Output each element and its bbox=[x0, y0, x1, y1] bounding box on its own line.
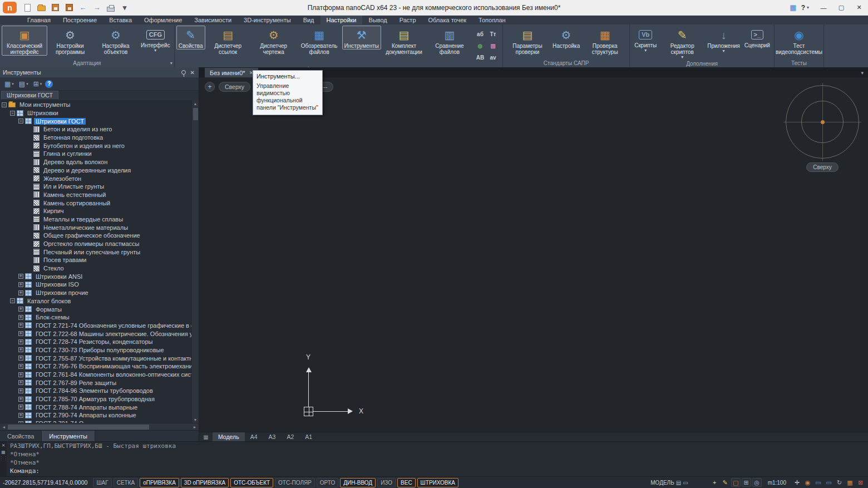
interface-cfg-button[interactable]: CFGИнтерфейс▾ bbox=[139, 26, 172, 53]
compass-ring[interactable] bbox=[786, 85, 859, 159]
tree-item[interactable]: +ГОСТ 2.767-89 Реле защиты bbox=[0, 378, 191, 387]
tree-item[interactable]: Оргстекло полимеры пластмассы bbox=[0, 240, 191, 248]
tree-item[interactable]: +ГОСТ 2.788-74 Аппараты выпарные bbox=[0, 403, 191, 411]
qat-customize-button[interactable]: ▾ bbox=[119, 2, 131, 13]
scroll-up-icon[interactable]: ▲ bbox=[194, 100, 198, 107]
annotation-scale[interactable]: m1:100 bbox=[768, 480, 786, 486]
hatch-gost-tab[interactable]: Штриховки ГОСТ bbox=[1, 91, 58, 99]
tree-item[interactable]: -Мои инструменты bbox=[0, 101, 191, 109]
tree-item[interactable]: +ГОСТ 2.721-74 Обозначения условные граф… bbox=[0, 322, 191, 330]
status-toggle-3[interactable]: 3D оПРИВЯЗКА bbox=[181, 478, 229, 487]
applications-button[interactable]: ↓Приложения▾ bbox=[705, 26, 742, 54]
tree-item[interactable]: Камень естественный bbox=[0, 191, 191, 199]
status-toggle-8[interactable]: ИЗО bbox=[377, 478, 396, 487]
ribbon-tab-5[interactable]: 3D-инструменты bbox=[238, 16, 297, 24]
tree-item[interactable]: +ГОСТ 2.755-87 Устройства коммутационные… bbox=[0, 354, 191, 362]
expand-icon[interactable]: + bbox=[18, 290, 23, 295]
tree-item[interactable]: +ГОСТ 2.791-74 О bbox=[0, 420, 191, 423]
minimize-button[interactable]: — bbox=[815, 0, 832, 15]
tree-item[interactable]: Ил и Илистые грунты bbox=[0, 183, 191, 191]
open-button[interactable] bbox=[35, 2, 47, 13]
expand-icon[interactable]: + bbox=[18, 274, 23, 279]
tree-item[interactable]: Дерево вдоль волокон bbox=[0, 158, 191, 166]
globe-button[interactable]: ◍ bbox=[474, 40, 486, 51]
tree-item[interactable]: +ГОСТ 2.784-96 Элементы трубопроводов bbox=[0, 387, 191, 395]
view-direction-button[interactable]: Сверху bbox=[219, 82, 250, 92]
status-toggle-1[interactable]: СЕТКА bbox=[114, 478, 139, 487]
status-toggle-9[interactable]: ВЕС bbox=[397, 478, 416, 487]
tree-item[interactable]: Дерево и деревянные изделия bbox=[0, 166, 191, 175]
navigation-compass[interactable]: Сверху bbox=[786, 85, 859, 172]
collapse-icon[interactable]: - bbox=[2, 102, 7, 107]
ribbon-tab-10[interactable]: Облака точек bbox=[422, 16, 473, 24]
tab-list-dropdown-icon[interactable]: ▾ bbox=[861, 70, 864, 76]
status-toggle-6[interactable]: ОРТО bbox=[317, 478, 338, 487]
expand-icon[interactable]: + bbox=[18, 364, 23, 369]
zoom-extents-icon[interactable]: ▭ bbox=[824, 478, 834, 487]
new-file-button[interactable] bbox=[21, 2, 33, 13]
lowercase-button[interactable]: аv bbox=[487, 52, 499, 63]
maximize-button[interactable]: ▢ bbox=[832, 0, 850, 15]
tree-item[interactable]: +ГОСТ 2.730-73 Приборы полупроводниковые bbox=[0, 346, 191, 354]
regen-icon[interactable]: ↻ bbox=[835, 478, 844, 487]
uppercase-button[interactable]: АВ bbox=[474, 52, 486, 63]
expand-icon[interactable]: + bbox=[18, 323, 23, 328]
compass-view-label[interactable]: Сверху bbox=[806, 162, 838, 172]
panel-tab-1[interactable]: Инструменты bbox=[42, 431, 95, 441]
expand-icon[interactable]: + bbox=[18, 315, 23, 320]
layout-list-icon[interactable]: ▦ bbox=[199, 432, 213, 441]
tree-item[interactable]: +Штриховки прочие bbox=[0, 289, 191, 297]
model-space-indicator[interactable]: МОДЕЛЬ ▤ ▭ bbox=[650, 480, 688, 486]
properties-button[interactable]: ✎Свойства bbox=[176, 26, 205, 50]
expand-icon[interactable]: + bbox=[18, 380, 23, 385]
command-prompt[interactable]: Команда: bbox=[10, 467, 865, 475]
status-toggle-2[interactable]: оПРИВЯЗКА bbox=[140, 478, 179, 487]
standards-settings-button[interactable]: ⚙Настройка bbox=[550, 26, 582, 50]
check-params-button[interactable]: ▤Параметры проверки bbox=[505, 26, 550, 56]
tree-item[interactable]: Бетон и изделия из него bbox=[0, 125, 191, 134]
tree-item[interactable]: +ГОСТ 2.722-68 Машины электрические. Обо… bbox=[0, 329, 191, 338]
viewport-grid-icon[interactable]: ▦ bbox=[845, 478, 855, 487]
status-toggle-0[interactable]: ШАГ bbox=[93, 478, 111, 487]
tree-item[interactable]: Посев травами bbox=[0, 256, 191, 264]
layout-tab-1[interactable]: A4 bbox=[245, 432, 263, 441]
help-icon[interactable]: ? bbox=[801, 4, 805, 12]
close-button[interactable]: ✕ bbox=[850, 0, 868, 15]
collapse-icon[interactable]: - bbox=[10, 111, 15, 116]
view-table-icon[interactable]: ▦ bbox=[790, 3, 796, 12]
expand-icon[interactable]: + bbox=[18, 356, 23, 361]
scroll-down-icon[interactable]: ▼ bbox=[194, 416, 198, 423]
tree-item[interactable]: Глина и суглинки bbox=[0, 150, 191, 158]
ribbon-tab-1[interactable]: Построение bbox=[57, 16, 103, 24]
document-tab[interactable]: Без имени0* ✕ bbox=[205, 68, 258, 77]
tree-item[interactable]: Кирпич bbox=[0, 207, 191, 215]
tree-item[interactable]: Стекло bbox=[0, 264, 191, 273]
tree-item[interactable]: -Каталог блоков bbox=[0, 297, 191, 305]
status-toggle-4[interactable]: ОТС-ОБЪЕКТ bbox=[230, 478, 273, 487]
undo-button[interactable]: ← bbox=[77, 2, 89, 13]
tree-item[interactable]: +Форматы bbox=[0, 305, 191, 313]
pan-icon[interactable]: ✛ bbox=[792, 478, 802, 487]
viewport-controls-button[interactable]: + bbox=[205, 82, 215, 92]
ribbon-tab-4[interactable]: Зависимости bbox=[188, 16, 238, 24]
tree-item[interactable]: Железобетон bbox=[0, 174, 191, 183]
expand-icon[interactable]: + bbox=[18, 405, 23, 410]
ribbon-tab-8[interactable]: Вывод bbox=[362, 16, 393, 24]
tree-item[interactable]: -Штриховки ГОСТ bbox=[0, 117, 191, 125]
command-history-icon[interactable]: ▦ bbox=[1, 450, 6, 455]
command-history[interactable]: РАЗШТРИХ,ГП,БЫСТРШТРИХ,БШ - Быстрая штри… bbox=[7, 442, 868, 476]
expand-icon[interactable]: + bbox=[18, 307, 23, 312]
drawing-manager-button[interactable]: ⚙Диспетчер чертежа bbox=[251, 26, 297, 56]
tools-button[interactable]: ⚒Инструменты bbox=[342, 26, 381, 50]
layout-tab-2[interactable]: A3 bbox=[263, 432, 282, 441]
ribbon-tab-7[interactable]: Настройки bbox=[320, 16, 363, 24]
ribbon-tab-6[interactable]: Вид bbox=[297, 16, 320, 24]
save-as-button[interactable] bbox=[63, 2, 75, 13]
tree-horizontal-scrollbar[interactable]: ◄ ► bbox=[0, 423, 199, 430]
ribbon-tab-3[interactable]: Оформление bbox=[138, 16, 188, 24]
tree-item[interactable]: Общее графическое обозначение bbox=[0, 231, 191, 240]
tree-item[interactable]: +Блок-схемы bbox=[0, 313, 191, 322]
tree-item[interactable]: +Штриховки ISO bbox=[0, 280, 191, 289]
classic-interface-button[interactable]: ▣Классический интерфейс bbox=[2, 26, 47, 56]
drawing-canvas[interactable]: +Сверху2D каркасвидов --- Сверху Y bbox=[199, 77, 868, 432]
